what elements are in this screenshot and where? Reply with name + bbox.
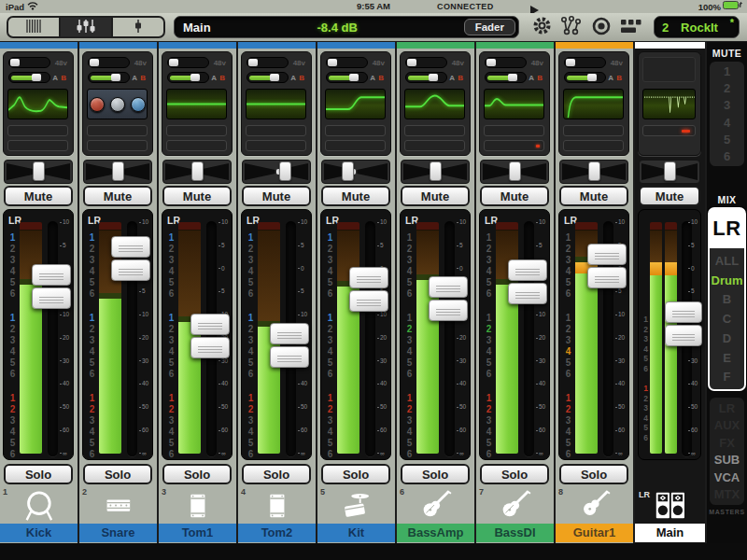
pan-control[interactable] bbox=[559, 160, 628, 184]
graphic-eq-thumbnail[interactable] bbox=[642, 89, 696, 119]
channel-icon-area[interactable]: 7 bbox=[476, 486, 554, 524]
fader-cap[interactable] bbox=[587, 244, 627, 290]
channel-name[interactable]: Guitar1 bbox=[556, 524, 633, 542]
phantom-48v-slider[interactable] bbox=[88, 57, 130, 68]
channel-processing-panel[interactable]: 48v A B bbox=[241, 51, 312, 156]
view-group-f[interactable]: F bbox=[710, 370, 744, 384]
pan-handle[interactable] bbox=[33, 161, 45, 181]
phantom-slider-handle[interactable] bbox=[248, 59, 258, 66]
fader-cap[interactable] bbox=[349, 267, 388, 314]
gain-slider-handle[interactable] bbox=[111, 74, 120, 81]
gain-slider[interactable] bbox=[485, 72, 527, 83]
pan-handle[interactable] bbox=[112, 161, 124, 181]
channel-icon-area[interactable]: 2 bbox=[79, 486, 157, 524]
plugin-slot-1[interactable] bbox=[246, 125, 306, 136]
limiter-slot[interactable] bbox=[642, 125, 696, 136]
overview-button[interactable] bbox=[618, 16, 644, 38]
mute-group-6[interactable]: 6 bbox=[710, 149, 744, 163]
mixer-view-button[interactable] bbox=[61, 18, 113, 36]
gain-slider[interactable] bbox=[405, 72, 447, 83]
phantom-slider-handle[interactable] bbox=[486, 59, 496, 66]
plugin-slot-1[interactable] bbox=[484, 125, 544, 136]
gain-slider-handle[interactable] bbox=[349, 74, 359, 81]
comp-knob-3[interactable] bbox=[131, 97, 146, 112]
channel-name[interactable]: Kick bbox=[0, 524, 78, 542]
channel-processing-panel[interactable]: 48v A B bbox=[3, 51, 74, 156]
view-group-c[interactable]: C bbox=[710, 312, 744, 326]
plugin-slot-1[interactable] bbox=[404, 125, 465, 136]
phantom-48v-slider[interactable] bbox=[8, 57, 50, 68]
gain-slider[interactable] bbox=[247, 72, 289, 83]
phantom-slider-handle[interactable] bbox=[566, 59, 575, 66]
gain-slider[interactable] bbox=[167, 72, 209, 83]
fader-cap[interactable] bbox=[429, 276, 468, 323]
pan-control[interactable] bbox=[480, 160, 549, 184]
eq-thumbnail[interactable] bbox=[87, 89, 148, 119]
pan-control[interactable] bbox=[4, 160, 73, 184]
channel-icon-area[interactable]: 1 bbox=[0, 486, 78, 524]
plugin-slot-1[interactable] bbox=[87, 125, 148, 136]
pan-handle[interactable] bbox=[342, 161, 354, 181]
pan-handle[interactable] bbox=[279, 161, 291, 181]
solo-button[interactable]: Solo bbox=[162, 464, 232, 484]
channel-icon-area[interactable]: 6 bbox=[397, 486, 474, 524]
masters-vca[interactable]: VCA bbox=[710, 470, 744, 484]
pan-handle[interactable] bbox=[509, 161, 521, 181]
mute-button[interactable]: Mute bbox=[480, 186, 549, 206]
gain-slider[interactable] bbox=[564, 72, 606, 83]
channel-icon-area[interactable]: 3 bbox=[159, 486, 236, 524]
mute-group-1[interactable]: 1 bbox=[710, 64, 744, 78]
gain-slider-handle[interactable] bbox=[270, 74, 279, 81]
solo-button[interactable]: Solo bbox=[4, 464, 73, 484]
channel-readout-display[interactable]: Main -8.4 dB Fader bbox=[174, 16, 519, 38]
phantom-slider-handle[interactable] bbox=[407, 59, 416, 66]
eq-thumbnail[interactable] bbox=[246, 89, 306, 119]
fader-mode-button[interactable]: Fader bbox=[464, 19, 515, 35]
pan-control[interactable] bbox=[639, 160, 700, 184]
fader-track[interactable] bbox=[444, 221, 455, 456]
channel-processing-panel[interactable]: 48v A B bbox=[400, 51, 471, 156]
plugin-slot-1[interactable] bbox=[166, 125, 227, 136]
fader-cap[interactable] bbox=[32, 264, 71, 311]
mute-button[interactable]: Mute bbox=[321, 186, 390, 206]
mute-group-2[interactable]: 2 bbox=[710, 81, 744, 95]
phantom-48v-slider[interactable] bbox=[405, 57, 447, 68]
masters-mtx[interactable]: MTX bbox=[710, 487, 744, 501]
pan-control[interactable] bbox=[401, 160, 470, 184]
routing-button[interactable] bbox=[557, 16, 584, 38]
phantom-48v-slider[interactable] bbox=[485, 57, 527, 68]
snapshot-display[interactable]: 2 RockIt * bbox=[654, 16, 740, 38]
phantom-slider-handle[interactable] bbox=[10, 59, 20, 66]
mute-group-4[interactable]: 4 bbox=[710, 116, 744, 130]
mute-group-5[interactable]: 5 bbox=[710, 133, 744, 147]
channel-name[interactable]: BassDI bbox=[476, 524, 554, 542]
plugin-slot-2[interactable] bbox=[166, 140, 227, 151]
mute-group-3[interactable]: 3 bbox=[710, 98, 744, 112]
mute-button[interactable]: Mute bbox=[4, 186, 73, 206]
gain-slider[interactable] bbox=[88, 72, 130, 83]
channel-view-button[interactable] bbox=[8, 18, 61, 36]
fader-cap[interactable] bbox=[190, 314, 230, 360]
view-group-b[interactable]: B bbox=[710, 292, 744, 306]
pan-handle[interactable] bbox=[191, 161, 204, 181]
mute-button[interactable]: Mute bbox=[639, 186, 700, 206]
channel-name[interactable]: Tom1 bbox=[159, 524, 236, 542]
main-processing-panel[interactable] bbox=[638, 51, 701, 156]
channel-name[interactable]: Snare bbox=[79, 524, 157, 542]
pan-control[interactable] bbox=[242, 160, 311, 184]
plugin-slot-1[interactable] bbox=[563, 125, 624, 136]
channel-name[interactable]: Main bbox=[635, 524, 705, 542]
plugin-slot-1[interactable] bbox=[325, 125, 386, 136]
pan-handle[interactable] bbox=[430, 161, 442, 181]
comp-knob-2[interactable] bbox=[110, 97, 125, 112]
settings-button[interactable] bbox=[529, 16, 555, 38]
channel-processing-panel[interactable]: 48v A B bbox=[162, 51, 233, 156]
plugin-slot-1[interactable] bbox=[7, 125, 68, 136]
mute-button[interactable]: Mute bbox=[242, 186, 311, 206]
masters-fx[interactable]: FX bbox=[710, 436, 744, 450]
solo-button[interactable]: Solo bbox=[401, 464, 470, 484]
phantom-slider-handle[interactable] bbox=[328, 59, 337, 66]
phantom-slider-handle[interactable] bbox=[169, 59, 178, 66]
plugin-slot-2[interactable] bbox=[246, 140, 306, 151]
gain-slider-handle[interactable] bbox=[190, 74, 200, 81]
